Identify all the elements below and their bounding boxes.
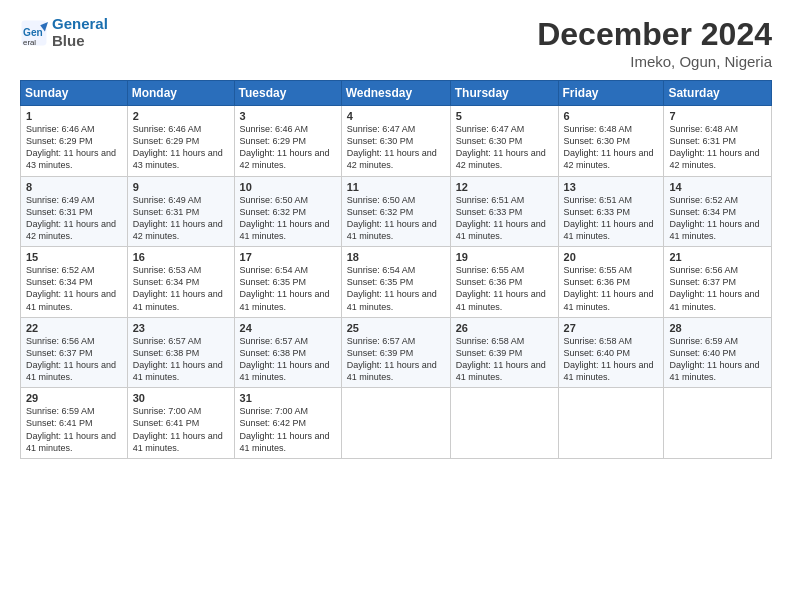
title-block: December 2024 Imeko, Ogun, Nigeria [537, 16, 772, 70]
day-info: Sunrise: 6:54 AMSunset: 6:35 PMDaylight:… [347, 264, 446, 313]
calendar-cell: 31 Sunrise: 7:00 AMSunset: 6:42 PMDaylig… [234, 388, 341, 459]
day-number: 31 [240, 392, 337, 404]
calendar-cell: 20 Sunrise: 6:55 AMSunset: 6:36 PMDaylig… [558, 247, 664, 318]
calendar-cell: 28 Sunrise: 6:59 AMSunset: 6:40 PMDaylig… [664, 317, 772, 388]
calendar-table: SundayMondayTuesdayWednesdayThursdayFrid… [20, 80, 772, 459]
day-number: 29 [26, 392, 123, 404]
subtitle: Imeko, Ogun, Nigeria [537, 53, 772, 70]
calendar-cell: 9 Sunrise: 6:49 AMSunset: 6:31 PMDayligh… [127, 176, 234, 247]
day-number: 19 [456, 251, 554, 263]
weekday-header: Saturday [664, 81, 772, 106]
day-info: Sunrise: 6:50 AMSunset: 6:32 PMDaylight:… [240, 194, 337, 243]
calendar-cell: 15 Sunrise: 6:52 AMSunset: 6:34 PMDaylig… [21, 247, 128, 318]
day-number: 7 [669, 110, 767, 122]
calendar-cell: 27 Sunrise: 6:58 AMSunset: 6:40 PMDaylig… [558, 317, 664, 388]
calendar-cell: 16 Sunrise: 6:53 AMSunset: 6:34 PMDaylig… [127, 247, 234, 318]
weekday-header: Wednesday [341, 81, 450, 106]
day-info: Sunrise: 6:47 AMSunset: 6:30 PMDaylight:… [347, 123, 446, 172]
calendar-cell: 13 Sunrise: 6:51 AMSunset: 6:33 PMDaylig… [558, 176, 664, 247]
calendar-cell: 12 Sunrise: 6:51 AMSunset: 6:33 PMDaylig… [450, 176, 558, 247]
day-number: 18 [347, 251, 446, 263]
day-info: Sunrise: 6:52 AMSunset: 6:34 PMDaylight:… [26, 264, 123, 313]
day-info: Sunrise: 6:46 AMSunset: 6:29 PMDaylight:… [133, 123, 230, 172]
day-info: Sunrise: 6:56 AMSunset: 6:37 PMDaylight:… [26, 335, 123, 384]
day-number: 20 [564, 251, 660, 263]
calendar-cell: 22 Sunrise: 6:56 AMSunset: 6:37 PMDaylig… [21, 317, 128, 388]
calendar-week-row: 1 Sunrise: 6:46 AMSunset: 6:29 PMDayligh… [21, 106, 772, 177]
page: Gen eral General Blue December 2024 Imek… [0, 0, 792, 612]
calendar-cell: 10 Sunrise: 6:50 AMSunset: 6:32 PMDaylig… [234, 176, 341, 247]
calendar-cell: 11 Sunrise: 6:50 AMSunset: 6:32 PMDaylig… [341, 176, 450, 247]
calendar-cell: 25 Sunrise: 6:57 AMSunset: 6:39 PMDaylig… [341, 317, 450, 388]
calendar-cell: 21 Sunrise: 6:56 AMSunset: 6:37 PMDaylig… [664, 247, 772, 318]
day-info: Sunrise: 6:48 AMSunset: 6:31 PMDaylight:… [669, 123, 767, 172]
day-number: 27 [564, 322, 660, 334]
calendar-cell: 5 Sunrise: 6:47 AMSunset: 6:30 PMDayligh… [450, 106, 558, 177]
day-info: Sunrise: 7:00 AMSunset: 6:42 PMDaylight:… [240, 405, 337, 454]
day-info: Sunrise: 6:53 AMSunset: 6:34 PMDaylight:… [133, 264, 230, 313]
calendar-cell: 7 Sunrise: 6:48 AMSunset: 6:31 PMDayligh… [664, 106, 772, 177]
day-info: Sunrise: 6:49 AMSunset: 6:31 PMDaylight:… [133, 194, 230, 243]
day-info: Sunrise: 6:57 AMSunset: 6:38 PMDaylight:… [240, 335, 337, 384]
day-info: Sunrise: 6:51 AMSunset: 6:33 PMDaylight:… [456, 194, 554, 243]
calendar-cell: 17 Sunrise: 6:54 AMSunset: 6:35 PMDaylig… [234, 247, 341, 318]
day-number: 15 [26, 251, 123, 263]
calendar-week-row: 22 Sunrise: 6:56 AMSunset: 6:37 PMDaylig… [21, 317, 772, 388]
calendar-week-row: 29 Sunrise: 6:59 AMSunset: 6:41 PMDaylig… [21, 388, 772, 459]
calendar-cell: 3 Sunrise: 6:46 AMSunset: 6:29 PMDayligh… [234, 106, 341, 177]
logo-icon: Gen eral [20, 19, 48, 47]
day-number: 23 [133, 322, 230, 334]
day-number: 28 [669, 322, 767, 334]
day-info: Sunrise: 6:59 AMSunset: 6:41 PMDaylight:… [26, 405, 123, 454]
day-number: 30 [133, 392, 230, 404]
calendar-cell: 6 Sunrise: 6:48 AMSunset: 6:30 PMDayligh… [558, 106, 664, 177]
weekday-header: Friday [558, 81, 664, 106]
day-info: Sunrise: 6:58 AMSunset: 6:39 PMDaylight:… [456, 335, 554, 384]
day-number: 5 [456, 110, 554, 122]
calendar-cell [558, 388, 664, 459]
day-number: 16 [133, 251, 230, 263]
day-info: Sunrise: 6:46 AMSunset: 6:29 PMDaylight:… [240, 123, 337, 172]
day-number: 21 [669, 251, 767, 263]
calendar-cell: 4 Sunrise: 6:47 AMSunset: 6:30 PMDayligh… [341, 106, 450, 177]
day-number: 14 [669, 181, 767, 193]
day-info: Sunrise: 6:50 AMSunset: 6:32 PMDaylight:… [347, 194, 446, 243]
day-info: Sunrise: 6:51 AMSunset: 6:33 PMDaylight:… [564, 194, 660, 243]
weekday-header: Thursday [450, 81, 558, 106]
day-number: 22 [26, 322, 123, 334]
calendar-cell: 30 Sunrise: 7:00 AMSunset: 6:41 PMDaylig… [127, 388, 234, 459]
day-number: 3 [240, 110, 337, 122]
calendar-cell [450, 388, 558, 459]
calendar-cell: 19 Sunrise: 6:55 AMSunset: 6:36 PMDaylig… [450, 247, 558, 318]
calendar-cell: 24 Sunrise: 6:57 AMSunset: 6:38 PMDaylig… [234, 317, 341, 388]
day-number: 26 [456, 322, 554, 334]
calendar-cell: 29 Sunrise: 6:59 AMSunset: 6:41 PMDaylig… [21, 388, 128, 459]
day-info: Sunrise: 6:54 AMSunset: 6:35 PMDaylight:… [240, 264, 337, 313]
calendar-cell [664, 388, 772, 459]
day-number: 24 [240, 322, 337, 334]
header: Gen eral General Blue December 2024 Imek… [20, 16, 772, 70]
day-info: Sunrise: 6:48 AMSunset: 6:30 PMDaylight:… [564, 123, 660, 172]
calendar-week-row: 15 Sunrise: 6:52 AMSunset: 6:34 PMDaylig… [21, 247, 772, 318]
day-number: 4 [347, 110, 446, 122]
day-info: Sunrise: 6:55 AMSunset: 6:36 PMDaylight:… [456, 264, 554, 313]
day-number: 12 [456, 181, 554, 193]
day-info: Sunrise: 6:52 AMSunset: 6:34 PMDaylight:… [669, 194, 767, 243]
day-number: 8 [26, 181, 123, 193]
day-info: Sunrise: 6:46 AMSunset: 6:29 PMDaylight:… [26, 123, 123, 172]
day-info: Sunrise: 6:58 AMSunset: 6:40 PMDaylight:… [564, 335, 660, 384]
calendar-cell: 8 Sunrise: 6:49 AMSunset: 6:31 PMDayligh… [21, 176, 128, 247]
svg-text:Gen: Gen [23, 27, 43, 38]
day-info: Sunrise: 6:57 AMSunset: 6:38 PMDaylight:… [133, 335, 230, 384]
day-number: 6 [564, 110, 660, 122]
day-info: Sunrise: 7:00 AMSunset: 6:41 PMDaylight:… [133, 405, 230, 454]
day-number: 9 [133, 181, 230, 193]
logo-text: General Blue [52, 16, 108, 49]
calendar-week-row: 8 Sunrise: 6:49 AMSunset: 6:31 PMDayligh… [21, 176, 772, 247]
day-info: Sunrise: 6:59 AMSunset: 6:40 PMDaylight:… [669, 335, 767, 384]
logo: Gen eral General Blue [20, 16, 108, 49]
calendar-cell: 2 Sunrise: 6:46 AMSunset: 6:29 PMDayligh… [127, 106, 234, 177]
calendar-cell: 14 Sunrise: 6:52 AMSunset: 6:34 PMDaylig… [664, 176, 772, 247]
day-number: 11 [347, 181, 446, 193]
day-info: Sunrise: 6:49 AMSunset: 6:31 PMDaylight:… [26, 194, 123, 243]
